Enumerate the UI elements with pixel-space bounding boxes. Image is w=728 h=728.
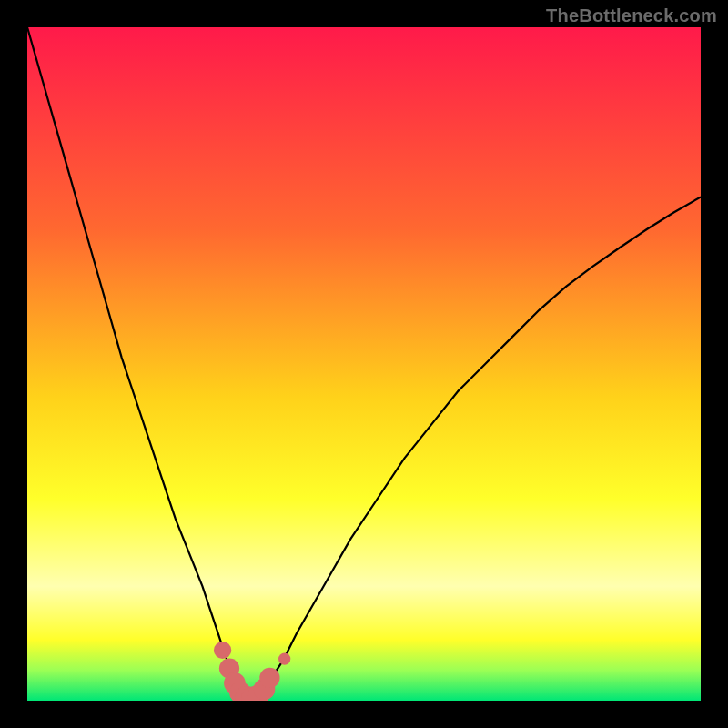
bottleneck-chart: [27, 27, 701, 701]
optimal-marker: [278, 652, 290, 664]
outer-frame: TheBottleneck.com: [0, 0, 728, 728]
gradient-background: [27, 27, 701, 701]
attribution-text: TheBottleneck.com: [546, 5, 717, 26]
optimal-marker: [214, 642, 231, 659]
plot-area: [27, 27, 701, 701]
optimal-marker: [259, 668, 279, 688]
